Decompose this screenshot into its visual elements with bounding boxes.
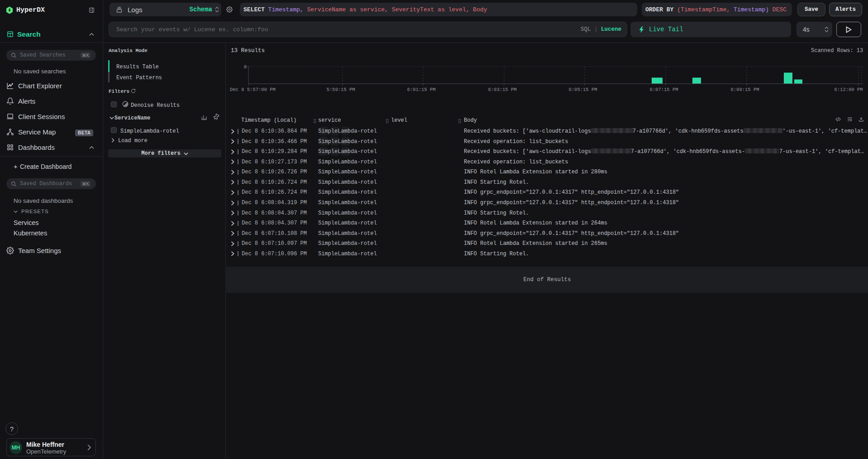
svg-text:6:12:00 PM: 6:12:00 PM <box>834 87 863 92</box>
svg-text:6:05:15 PM: 6:05:15 PM <box>568 87 597 92</box>
svg-text:5:59:15 PM: 5:59:15 PM <box>326 87 355 92</box>
svg-text:6:03:15 PM: 6:03:15 PM <box>488 87 516 92</box>
svg-text:8: 8 <box>244 64 247 70</box>
svg-text:Dec 8 5:57:00 PM: Dec 8 5:57:00 PM <box>230 87 276 92</box>
svg-text:6:09:15 PM: 6:09:15 PM <box>730 87 759 92</box>
svg-text:6:01:15 PM: 6:01:15 PM <box>407 87 435 92</box>
svg-text:6:07:15 PM: 6:07:15 PM <box>649 87 678 92</box>
